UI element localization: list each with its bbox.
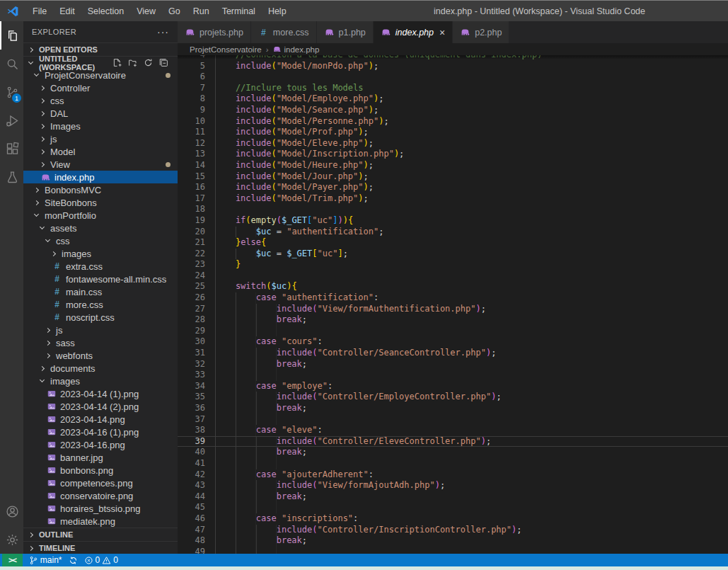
tree-folder-images[interactable]: images (23, 375, 178, 387)
tree-folder-js[interactable]: js (23, 132, 178, 145)
breadcrumb-file[interactable]: index.php (284, 45, 319, 54)
tab-p2-php[interactable]: p2.php (453, 21, 509, 43)
testing-activity-button[interactable] (0, 163, 23, 191)
code-line-13[interactable]: 13include("Model/Inscription.php"); (178, 149, 728, 160)
code-line-17[interactable]: 17include("Model/Trim.php"); (178, 193, 728, 205)
code-line-47[interactable]: 47include("Controller/InscriptionControl… (178, 525, 728, 536)
sync-changes-button[interactable] (69, 554, 78, 566)
code-line-14[interactable]: 14include("Model/Heure.php"); (178, 160, 728, 171)
new-folder-button[interactable] (127, 57, 138, 68)
views-and-more-actions-button[interactable]: ··· (157, 26, 169, 38)
tree-file-extra-css[interactable]: #extra.css (23, 260, 178, 273)
code-line-36[interactable]: 36break; (178, 403, 728, 414)
tree-folder-js[interactable]: js (23, 324, 178, 336)
code-line-42[interactable]: 42case "ajouterAdherent": (178, 469, 728, 481)
workspace-section[interactable]: UNTITLED (WORKSPACE) (23, 56, 178, 69)
tree-file-2023-04-16-png[interactable]: 2023-04-16.png (23, 438, 178, 451)
code-line-39[interactable]: 39include("Controller/EleveController.ph… (178, 436, 728, 448)
tab-index-php[interactable]: index.php× (374, 21, 452, 43)
tree-file-main-css[interactable]: #main.css (23, 285, 178, 298)
tree-file-banner-jpg[interactable]: banner.jpg (23, 451, 178, 464)
tree-file-conservatoire-png[interactable]: conservatoire.png (23, 489, 178, 502)
tree-folder-view[interactable]: View (23, 158, 178, 171)
code-line-15[interactable]: 15include("Model/Jour.php"); (178, 171, 728, 183)
timeline-section[interactable]: TIMELINE (23, 541, 178, 554)
git-branch-indicator[interactable]: main* (29, 554, 62, 566)
tab-projets-php[interactable]: projets.php (178, 21, 250, 43)
breadcrumb[interactable]: ProjetConservatoire › index.php (178, 43, 728, 55)
code-line-30[interactable]: 30case "cours": (178, 336, 728, 348)
tab-more-css[interactable]: #more.css (251, 21, 316, 43)
code-line-31[interactable]: 31include("Controller/SeanceController.p… (178, 348, 728, 359)
code-line-23[interactable]: 23} (178, 259, 728, 270)
code-line-28[interactable]: 28break; (178, 314, 728, 326)
tree-file-2023-04-14-1-png[interactable]: 2023-04-14 (1).png (23, 387, 178, 400)
menu-help[interactable]: Help (262, 1, 293, 21)
code-line-45[interactable]: 45 (178, 502, 728, 513)
code-line-21[interactable]: 21}else{ (178, 237, 728, 249)
code-line-32[interactable]: 32break; (178, 359, 728, 370)
code-line-25[interactable]: 25switch($uc){ (178, 281, 728, 292)
tab-p1-php[interactable]: p1.php (317, 21, 373, 43)
code-line-20[interactable]: 20$uc = "authentification"; (178, 227, 728, 238)
collapse-folders-button[interactable] (158, 57, 169, 68)
code-editor[interactable]: 4//Connexion à la base de données (uniqu… (178, 55, 728, 554)
code-line-43[interactable]: 43include("View/formAjoutAdh.php"); (178, 480, 728, 491)
code-line-16[interactable]: 16include("Model/Payer.php"); (178, 182, 728, 193)
problems-indicator[interactable]: 0 0 (84, 554, 118, 566)
code-line-27[interactable]: 27include("View/formAuthentification.php… (178, 304, 728, 315)
menu-edit[interactable]: Edit (53, 1, 81, 21)
menu-terminal[interactable]: Terminal (216, 1, 262, 21)
code-line-29[interactable]: 29 (178, 326, 728, 337)
tree-file-mediatek-png[interactable]: mediatek.png (23, 515, 178, 528)
code-line-41[interactable]: 41 (178, 458, 728, 469)
tree-folder-css[interactable]: css (23, 94, 178, 107)
code-line-6[interactable]: 6 (178, 72, 728, 83)
account-activity-button[interactable] (0, 497, 23, 525)
tree-folder-images[interactable]: Images (23, 120, 178, 132)
tree-folder-controller[interactable]: Controller (23, 81, 178, 94)
code-line-11[interactable]: 11include("Model/Prof.php"); (178, 127, 728, 138)
tree-folder-css[interactable]: css (23, 234, 178, 247)
code-line-22[interactable]: 22$uc = $_GET["uc"]; (178, 249, 728, 260)
menu-go[interactable]: Go (162, 1, 187, 21)
code-line-12[interactable]: 12include("Model/Eleve.php"); (178, 138, 728, 149)
menu-view[interactable]: View (130, 1, 162, 21)
tree-folder-sass[interactable]: sass (23, 336, 178, 349)
tree-folder-webfonts[interactable]: webfonts (23, 349, 178, 362)
tree-file-2023-04-16-1-png[interactable]: 2023-04-16 (1).png (23, 426, 178, 438)
tree-folder-model[interactable]: Model (23, 145, 178, 158)
new-file-button[interactable] (112, 57, 122, 68)
tree-folder-bonbonsmvc[interactable]: BonbonsMVC (23, 183, 178, 196)
code-line-44[interactable]: 44break; (178, 491, 728, 503)
breadcrumb-folder[interactable]: ProjetConservatoire (190, 45, 262, 54)
code-line-35[interactable]: 35include("Controller/EmployeController.… (178, 392, 728, 403)
code-line-9[interactable]: 9include("Model/Seance.php"); (178, 105, 728, 116)
source-control-activity-button[interactable]: 1 (0, 78, 23, 106)
code-line-18[interactable]: 18 (178, 204, 728, 215)
code-line-24[interactable]: 24 (178, 270, 728, 282)
remote-indicator[interactable]: >< (2, 554, 23, 566)
refresh-explorer-button[interactable] (143, 57, 154, 68)
tree-file-index-php[interactable]: index.php (23, 171, 178, 183)
tree-file-fontawesome-all-min-css[interactable]: #fontawesome-all.min.css (23, 273, 178, 285)
code-line-38[interactable]: 38case "eleve": (178, 425, 728, 436)
tree-folder-monportfolio[interactable]: monPortfolio (23, 209, 178, 222)
code-line-5[interactable]: 5include("Model/monPdo.php"); (178, 61, 728, 72)
tree-folder-documents[interactable]: documents (23, 362, 178, 375)
search-activity-button[interactable] (0, 50, 23, 78)
code-line-48[interactable]: 48break; (178, 535, 728, 547)
tree-folder-assets[interactable]: assets (23, 222, 178, 234)
tree-file-horaires-btssio-png[interactable]: horaires_btssio.png (23, 502, 178, 515)
run-debug-activity-button[interactable] (0, 106, 23, 135)
tree-file-bonbons-png[interactable]: bonbons.png (23, 464, 178, 477)
code-line-19[interactable]: 19if(empty($_GET["uc"])){ (178, 215, 728, 227)
menu-selection[interactable]: Selection (81, 1, 130, 21)
extensions-activity-button[interactable] (0, 135, 23, 163)
code-line-10[interactable]: 10include("Model/Personne.php"); (178, 116, 728, 127)
menu-file[interactable]: File (26, 1, 53, 21)
code-line-46[interactable]: 46case "inscriptions": (178, 513, 728, 525)
explorer-activity-button[interactable] (0, 21, 23, 50)
code-line-8[interactable]: 8include("Model/Employe.php"); (178, 93, 728, 105)
code-line-49[interactable]: 49 (178, 547, 728, 554)
